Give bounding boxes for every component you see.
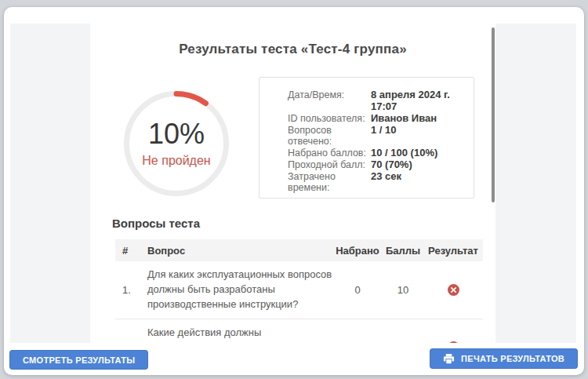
fail-x-icon	[448, 341, 459, 343]
detail-label: Проходной балл:	[288, 159, 371, 170]
question-text: Какие действия должны предприниматься в …	[141, 326, 332, 343]
gauge-percent: 10%	[148, 120, 205, 148]
print-results-button[interactable]: ПЕЧАТЬ РЕЗУЛЬТАТОВ	[430, 348, 578, 369]
header-earned: Набрано	[332, 245, 383, 257]
detail-label: Набрано баллов:	[288, 148, 371, 159]
detail-value: 1 / 10	[371, 124, 397, 136]
detail-row-passing-score: Проходной балл: 70 (70%)	[288, 159, 463, 170]
header-number: #	[115, 245, 141, 257]
printer-icon	[443, 353, 455, 365]
table-header-row: # Вопрос Набрано Баллы Результат	[115, 239, 483, 261]
page-title: Результаты теста «Тест-4 группа»	[90, 24, 495, 57]
detail-row-datetime: Дата/Время: 8 апреля 2024 г. 17:07	[288, 89, 463, 112]
fail-x-icon	[448, 284, 459, 296]
print-results-label: ПЕЧАТЬ РЕЗУЛЬТАТОВ	[461, 354, 564, 363]
view-results-label: СМОТРЕТЬ РЕЗУЛЬТАТЫ	[23, 355, 135, 365]
detail-value: Иванов Иван	[371, 112, 437, 124]
points-value: 10	[383, 284, 423, 296]
header-question: Вопрос	[141, 245, 332, 257]
results-card: Результаты теста «Тест-4 группа» 10% Не …	[90, 24, 495, 343]
detail-label: Дата/Время:	[288, 89, 371, 100]
points-value: 10	[383, 341, 423, 343]
detail-label: Затрачено времени:	[288, 171, 371, 193]
view-results-button[interactable]: СМОТРЕТЬ РЕЗУЛЬТАТЫ	[9, 350, 148, 370]
header-result: Результат	[423, 245, 483, 257]
questions-heading: Вопросы теста	[112, 217, 200, 230]
scrollbar-thumb[interactable]	[492, 27, 495, 202]
detail-row-time-spent: Затрачено времени: 23 сек	[288, 170, 463, 193]
detail-value: 23 сек	[371, 170, 401, 182]
detail-label: ID пользователя:	[288, 113, 371, 124]
question-text: Для каких эксплуатационных вопросов долж…	[141, 268, 332, 312]
results-scroll-area: Результаты теста «Тест-4 группа» 10% Не …	[10, 24, 576, 343]
detail-row-user-id: ID пользователя: Иванов Иван	[288, 112, 463, 124]
details-panel: Дата/Время: 8 апреля 2024 г. 17:07 ID по…	[259, 77, 474, 199]
header-points: Баллы	[383, 245, 423, 257]
question-number: 2.	[115, 341, 141, 343]
score-gauge: 10% Не пройден	[122, 89, 231, 199]
earned-value: 0	[332, 341, 383, 343]
detail-value: 8 апреля 2024 г. 17:07	[371, 89, 463, 112]
detail-row-answered: Вопросов отвечено: 1 / 10	[288, 124, 463, 147]
results-window: Результаты теста «Тест-4 группа» 10% Не …	[4, 7, 584, 375]
questions-table: # Вопрос Набрано Баллы Результат 1. Для …	[115, 239, 483, 343]
table-row: 1. Для каких эксплуатационных вопросов д…	[115, 261, 483, 319]
detail-label: Вопросов отвечено:	[288, 125, 371, 147]
gauge-status: Не пройден	[142, 154, 210, 168]
detail-value: 70 (70%)	[371, 159, 412, 170]
table-row: 2. Какие действия должны предприниматься…	[115, 319, 483, 343]
earned-value: 0	[332, 284, 383, 296]
gauge-text: 10% Не пройден	[122, 89, 231, 199]
detail-value: 10 / 100 (10%)	[371, 147, 437, 159]
detail-row-score: Набрано баллов: 10 / 100 (10%)	[288, 147, 463, 159]
question-number: 1.	[115, 284, 141, 296]
